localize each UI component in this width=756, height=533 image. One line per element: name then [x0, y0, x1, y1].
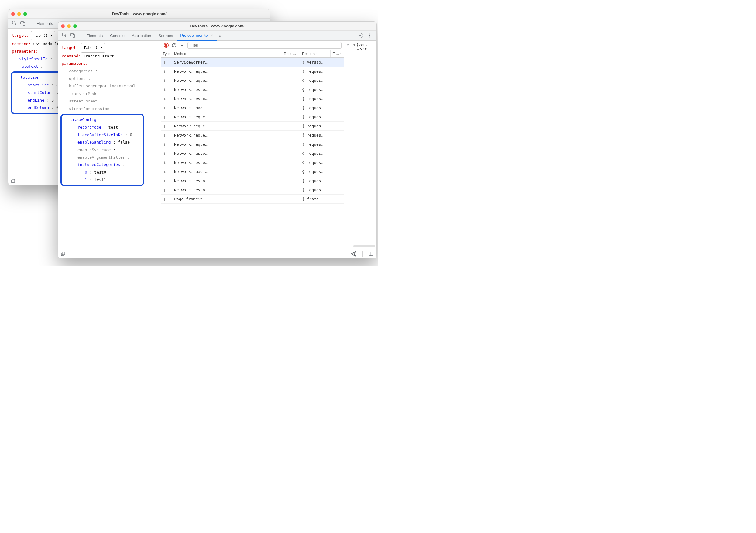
collapse-panel-icon[interactable] — [368, 251, 373, 256]
param-key[interactable]: enableSampling — [77, 140, 111, 144]
direction-down-icon: ↓ — [161, 87, 172, 93]
tab-elements[interactable]: Elements — [83, 31, 106, 41]
tab-bar: ElementsConsoleApplicationSourcesProtoco… — [58, 31, 376, 41]
cell-method: Network.reque… — [172, 69, 282, 73]
param-key[interactable]: endLine — [28, 98, 44, 102]
copy-stack-icon[interactable] — [11, 179, 16, 183]
param-key[interactable]: recordMode — [77, 125, 101, 129]
cell-response: {"versio… — [300, 60, 331, 65]
target-select[interactable]: Tab () ▾ — [31, 31, 56, 41]
param-key[interactable]: location — [20, 75, 40, 80]
tab-protocol-monitor[interactable]: Protocol monitor× — [176, 31, 217, 41]
param-key[interactable]: endColumn — [28, 105, 49, 110]
col-request[interactable]: Requ… — [282, 50, 300, 57]
download-icon[interactable] — [179, 43, 184, 48]
param-key[interactable]: streamCompression — [69, 106, 109, 111]
device-toggle-icon[interactable] — [70, 33, 75, 38]
array-index[interactable]: 0 — [85, 170, 87, 175]
param-key[interactable]: streamFormat — [69, 99, 97, 103]
cell-response: {"reques… — [300, 169, 331, 174]
param-key[interactable]: startLine — [28, 83, 49, 87]
response-tree-panel: ▼{vers ▶ver — [352, 41, 376, 249]
param-value[interactable]: false — [118, 140, 130, 144]
copy-stack-icon[interactable] — [61, 251, 66, 256]
table-row[interactable]: ↓ Network.reque… {"reques… — [161, 76, 344, 85]
titlebar: DevTools - www.google.com/ — [58, 22, 376, 31]
expand-right-icon[interactable]: ▶ — [357, 47, 360, 51]
table-row[interactable]: ↓ Network.reque… {"reques… — [161, 140, 344, 149]
col-response[interactable]: Response — [300, 50, 331, 57]
param-key[interactable]: bufferUsageReportingInterval — [69, 84, 136, 88]
table-row[interactable]: ↓ Network.respo… {"reques… — [161, 176, 344, 185]
table-row[interactable]: ↓ Network.reque… {"reques… — [161, 67, 344, 76]
param-key[interactable]: styleSheetId — [19, 57, 48, 61]
table-row[interactable]: ↓ Network.respo… {"reques… — [161, 158, 344, 167]
param-key[interactable]: traceConfig — [70, 117, 96, 122]
table-row[interactable]: ↓ Network.loadi… {"reques… — [161, 167, 344, 176]
col-method[interactable]: Method — [172, 50, 282, 57]
param-value[interactable]: 0 — [130, 132, 132, 137]
table-row[interactable]: ↓ Network.reque… {"reques… — [161, 131, 344, 140]
param-key[interactable]: includedCategories — [77, 162, 120, 167]
cell-method: Network.reque… — [172, 115, 282, 119]
param-key[interactable]: options — [69, 76, 86, 81]
inspect-icon[interactable] — [13, 21, 17, 26]
param-key[interactable]: ruleText — [19, 64, 38, 69]
expand-down-icon[interactable]: ▼ — [353, 43, 356, 46]
param-key[interactable]: enableSystrace — [77, 148, 111, 152]
horizontal-scrollbar[interactable] — [353, 245, 375, 247]
close-tab-icon[interactable]: × — [211, 33, 213, 38]
col-type[interactable]: Type — [161, 50, 172, 57]
table-row[interactable]: ↓ Network.loadi… {"reques… — [161, 103, 344, 113]
inspect-icon[interactable] — [62, 33, 67, 38]
send-icon[interactable] — [351, 251, 356, 257]
target-select[interactable]: Tab () ▾ — [81, 43, 105, 53]
cell-response: {"reques… — [300, 160, 331, 165]
table-row[interactable]: ↓ Page.frameSt… {"frameI… — [161, 195, 344, 204]
param-key[interactable]: startColumn — [28, 90, 54, 95]
param-value[interactable]: 0 — [51, 98, 54, 102]
command-value[interactable]: Tracing.start — [83, 54, 114, 58]
filter-input[interactable] — [187, 42, 341, 49]
device-toggle-icon[interactable] — [20, 21, 25, 26]
kebab-menu-icon[interactable] — [367, 33, 372, 38]
table-body[interactable]: ↓ ServiceWorker… {"versio… ↓ Network.req… — [161, 58, 344, 249]
direction-down-icon: ↓ — [161, 141, 172, 147]
tab-elements[interactable]: Elements — [33, 18, 57, 29]
command-label: command: — [62, 54, 81, 58]
param-key[interactable]: enableArgumentFilter — [77, 155, 125, 160]
tree-child[interactable]: ▶ver — [353, 47, 375, 51]
param-value[interactable]: test1 — [94, 178, 106, 182]
overflow-tabs-button[interactable]: » — [217, 33, 223, 38]
tab-application[interactable]: Application — [128, 31, 155, 41]
table-row[interactable]: ↓ Network.respo… {"reques… — [161, 149, 344, 158]
table-row[interactable]: ↓ Network.reque… {"reques… — [161, 122, 344, 131]
table-row[interactable]: ↓ Network.respo… {"reques… — [161, 85, 344, 94]
cell-response: {"reques… — [300, 179, 331, 183]
table-row[interactable]: ↓ ServiceWorker… {"versio… — [161, 58, 344, 67]
param-key[interactable]: categories — [69, 69, 93, 73]
record-button[interactable] — [164, 43, 169, 48]
param-value[interactable]: test0 — [94, 170, 106, 175]
param-value[interactable]: test — [108, 125, 118, 129]
command-editor-panel: target: Tab () ▾ command: Tracing.start … — [58, 41, 161, 249]
chevron-down-icon: ▾ — [50, 32, 53, 40]
target-label: target: — [12, 33, 29, 38]
table-row[interactable]: ↓ Network.respo… {"reques… — [161, 94, 344, 103]
col-elapsed[interactable]: El…⏶ — [331, 50, 344, 57]
clear-icon[interactable] — [172, 43, 176, 48]
tab-console[interactable]: Console — [106, 31, 128, 41]
gear-icon[interactable] — [359, 33, 364, 38]
cell-method: Network.respo… — [172, 160, 282, 165]
table-row[interactable]: ↓ Network.respo… {"reques… — [161, 185, 344, 195]
parameters-label: parameters: — [12, 49, 38, 53]
table-row[interactable]: ↓ Network.reque… {"reques… — [161, 113, 344, 122]
columns-overflow-button[interactable]: » — [345, 42, 351, 47]
tree-root[interactable]: ▼{vers — [353, 42, 375, 47]
svg-rect-18 — [62, 252, 65, 255]
param-key[interactable]: traceBufferSizeInKb — [77, 132, 123, 137]
param-key[interactable]: transferMode — [69, 91, 97, 96]
command-value[interactable]: CSS.addRule — [33, 42, 59, 46]
array-index[interactable]: 1 — [85, 178, 87, 182]
tab-sources[interactable]: Sources — [155, 31, 177, 41]
